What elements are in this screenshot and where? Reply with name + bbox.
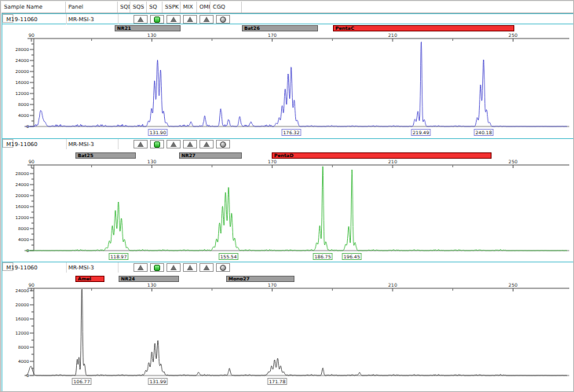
table-header: Sample Name Panel SQD SQS SQ SSPK MIX OM…	[2, 2, 573, 13]
warning-triangle-icon	[170, 265, 177, 270]
peak-size-label[interactable]: 118.97	[109, 253, 129, 260]
column-sample-name: Sample Name	[2, 2, 66, 13]
svg-text:250: 250	[509, 32, 518, 38]
flag-sqs[interactable]	[133, 263, 148, 272]
flag-cgq[interactable]	[216, 263, 230, 272]
column-sqs: SQS	[130, 2, 147, 13]
warning-triangle-icon	[187, 141, 193, 147]
warning-triangle-icon	[187, 16, 193, 22]
svg-text:250: 250	[509, 282, 518, 288]
svg-text:16000: 16000	[16, 317, 30, 321]
warning-triangle-icon	[170, 141, 177, 147]
svg-text:16000: 16000	[16, 80, 30, 85]
flag-sq[interactable]	[150, 15, 164, 24]
flag-mix[interactable]	[183, 15, 197, 24]
peak-size-label[interactable]: 176.32	[282, 129, 302, 136]
flag-omr[interactable]	[199, 263, 214, 272]
flag-sqs[interactable]	[133, 15, 148, 24]
marker-bar-pentad: PentaD	[272, 152, 492, 159]
svg-text:250: 250	[509, 159, 518, 164]
flag-sqs[interactable]	[133, 140, 148, 148]
peak-size-label[interactable]: 240.18	[474, 129, 494, 136]
svg-text:12000: 12000	[16, 91, 30, 96]
trace-line	[25, 42, 567, 126]
sample-row-panel-3[interactable]: M19-11060 MR-MSI-3 AmelNR24Mono279013017…	[2, 262, 574, 392]
warning-triangle-icon	[203, 265, 210, 270]
column-cgq: CGQ	[210, 2, 242, 13]
svg-text:20000: 20000	[16, 69, 30, 74]
svg-text:170: 170	[268, 159, 277, 164]
svg-text:4000: 4000	[18, 113, 29, 118]
marker-bar-pentac: PentaC	[333, 25, 514, 31]
pass-square-icon	[154, 141, 160, 148]
quality-flags	[133, 140, 230, 148]
flag-cgq[interactable]	[216, 140, 230, 148]
warning-triangle-icon	[170, 16, 177, 22]
flag-sspk[interactable]	[166, 15, 181, 24]
flag-cgq[interactable]	[216, 15, 230, 24]
flag-omr[interactable]	[199, 140, 214, 148]
peak-size-label[interactable]: 196.45	[342, 253, 362, 260]
peak-size-label[interactable]: 219.49	[411, 129, 431, 136]
svg-text:8000: 8000	[18, 345, 29, 350]
svg-text:16000: 16000	[16, 204, 30, 209]
pass-square-icon	[154, 16, 160, 23]
header-filler	[242, 2, 573, 13]
sample-name-cell: M19-11060	[5, 262, 67, 273]
genotyping-app-window: Sample Name Panel SQD SQS SQ SSPK MIX OM…	[0, 0, 574, 392]
warning-triangle-icon	[137, 265, 144, 270]
peak-size-label[interactable]: 155.54	[219, 253, 239, 260]
svg-text:28000: 28000	[16, 47, 30, 52]
sample-name-cell: M19-11060	[5, 139, 67, 149]
svg-text:20000: 20000	[16, 302, 30, 307]
svg-text:90: 90	[28, 32, 35, 38]
flag-sq[interactable]	[150, 140, 164, 148]
svg-text:28000: 28000	[16, 171, 30, 176]
flag-sspk[interactable]	[166, 263, 181, 272]
svg-text:4000: 4000	[18, 237, 29, 242]
column-omr: OMR	[197, 2, 210, 13]
panel-name-cell: MR-MSI-3	[67, 139, 119, 149]
flag-mix[interactable]	[183, 140, 197, 148]
peak-size-label[interactable]: 131.90	[148, 129, 168, 136]
peak-size-label[interactable]: 106.77	[72, 378, 92, 385]
svg-text:90: 90	[28, 159, 35, 164]
svg-text:210: 210	[388, 282, 397, 288]
peak-size-label[interactable]: 131.99	[148, 378, 168, 385]
pass-square-icon	[154, 265, 160, 271]
flag-sspk[interactable]	[166, 140, 181, 148]
panel-name-cell: MR-MSI-3	[67, 14, 119, 24]
svg-text:24000: 24000	[16, 288, 30, 293]
sphere-icon	[220, 16, 226, 23]
sample-info-row[interactable]: M19-11060 MR-MSI-3	[2, 262, 573, 273]
sample-row-panel-2[interactable]: M19-11060 MR-MSI-3 Bat25NR27PentaD901301…	[2, 138, 574, 262]
svg-text:24000: 24000	[16, 58, 30, 63]
sample-row-panel-1[interactable]: M19-11060 MR-MSI-3 NR21Bat26PentaC901301…	[2, 13, 574, 139]
column-sspk: SSPK	[163, 2, 181, 13]
flag-omr[interactable]	[199, 15, 214, 24]
warning-triangle-icon	[137, 141, 144, 147]
marker-bar-mono27: Mono27	[226, 276, 294, 282]
svg-text:24000: 24000	[16, 182, 30, 187]
column-mix: MIX	[181, 2, 197, 13]
electropherogram-plot[interactable]: 9013017021025004000800012000160002000024…	[2, 14, 573, 139]
flag-mix[interactable]	[183, 263, 197, 272]
svg-text:90: 90	[28, 282, 35, 288]
sphere-icon	[220, 141, 226, 148]
marker-bar-bat26: Bat26	[242, 25, 318, 31]
marker-bar-nr27: NR27	[179, 152, 242, 159]
svg-text:4000: 4000	[18, 359, 29, 364]
svg-text:20000: 20000	[16, 193, 30, 198]
warning-triangle-icon	[187, 265, 193, 270]
sample-info-row[interactable]: M19-11060 MR-MSI-3	[2, 139, 573, 149]
column-sq: SQ	[147, 2, 163, 13]
peak-size-label[interactable]: 186.75	[313, 253, 333, 260]
svg-text:170: 170	[268, 32, 277, 38]
svg-text:170: 170	[268, 282, 277, 288]
peak-size-label[interactable]: 171.78	[268, 378, 287, 385]
quality-flags	[133, 15, 230, 24]
flag-sq[interactable]	[150, 263, 164, 272]
marker-bar-amel: Amel	[75, 276, 104, 282]
sample-info-row[interactable]: M19-11060 MR-MSI-3	[2, 14, 573, 24]
marker-bar-nr24: NR24	[119, 276, 179, 282]
